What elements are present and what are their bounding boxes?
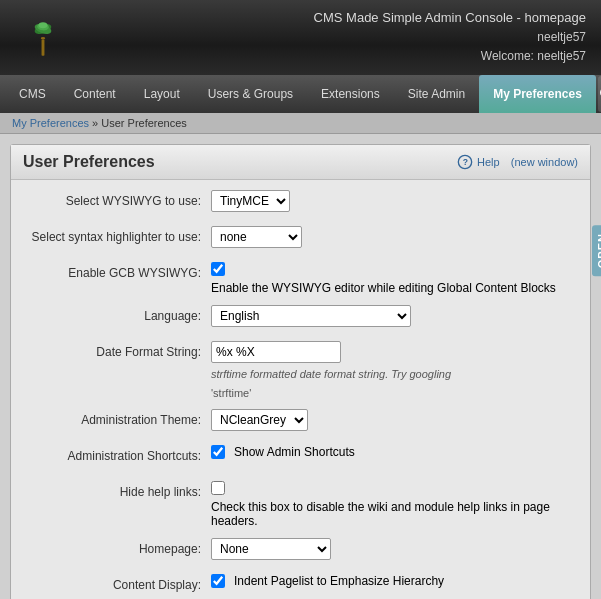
nav-extensions[interactable]: Extensions: [307, 75, 394, 113]
language-select[interactable]: English Deutsch Français Nederlands: [211, 305, 411, 327]
content-display-control: Indent Pagelist to Emphasize Hierarchy: [211, 574, 575, 588]
shortcuts-label: Administration Shortcuts:: [26, 445, 211, 463]
header-text: CMS Made Simple Admin Console - homepage…: [314, 8, 586, 67]
form-body: Select WYSIWYG to use: TinyMCE none Sele…: [11, 180, 590, 599]
hide-help-row: Hide help links: Check this box to disab…: [26, 481, 575, 528]
language-row: Language: English Deutsch Français Neder…: [26, 305, 575, 331]
gcb-description: Enable the WYSIWYG editor while editing …: [211, 281, 556, 295]
svg-text:?: ?: [463, 157, 468, 167]
help-label: Help: [477, 156, 500, 168]
syntax-control: none CodeMirror: [211, 226, 575, 248]
date-format-sub: 'strftime': [211, 387, 575, 399]
syntax-label: Select syntax highlighter to use:: [26, 226, 211, 244]
open-tab[interactable]: OPEN: [592, 225, 601, 276]
gcb-row: Enable GCB WYSIWYG: Enable the WYSIWYG e…: [26, 262, 575, 295]
content-display-label: Content Display:: [26, 574, 211, 592]
language-label: Language:: [26, 305, 211, 323]
gcb-control: Enable the WYSIWYG editor while editing …: [211, 262, 575, 295]
homepage-select[interactable]: None: [211, 538, 331, 560]
help-suffix: (new window): [511, 156, 578, 168]
date-format-control: strftime formatted date format string. T…: [211, 341, 575, 399]
nav-my-preferences[interactable]: My Preferences: [479, 75, 596, 113]
nav-cms[interactable]: CMS: [5, 75, 60, 113]
header-title: CMS Made Simple Admin Console - homepage: [314, 8, 586, 29]
wysiwyg-row: Select WYSIWYG to use: TinyMCE none: [26, 190, 575, 216]
language-control: English Deutsch Français Nederlands: [211, 305, 575, 327]
date-format-input[interactable]: [211, 341, 341, 363]
breadcrumb-current: User Preferences: [101, 117, 187, 129]
help-icon: ?: [457, 154, 473, 170]
nav-users-groups[interactable]: Users & Groups: [194, 75, 307, 113]
header-username: neeltje57: [314, 29, 586, 48]
nav-layout[interactable]: Layout: [130, 75, 194, 113]
content-display-description: Indent Pagelist to Emphasize Hierarchy: [234, 574, 444, 588]
homepage-control: None: [211, 538, 575, 560]
breadcrumb-parent-link[interactable]: My Preferences: [12, 117, 89, 129]
svg-rect-0: [41, 39, 44, 55]
admin-theme-control: NCleanGrey Default: [211, 409, 575, 431]
help-link[interactable]: ? Help (new window): [457, 154, 578, 170]
date-format-row: Date Format String: strftime formatted d…: [26, 341, 575, 399]
svg-point-5: [38, 22, 47, 28]
panel-header: User Preferences ? Help (new window): [11, 145, 590, 180]
homepage-row: Homepage: None: [26, 538, 575, 564]
breadcrumb: My Preferences » User Preferences: [0, 113, 601, 134]
syntax-select[interactable]: none CodeMirror: [211, 226, 302, 248]
date-format-label: Date Format String:: [26, 341, 211, 359]
shortcuts-checkbox[interactable]: [211, 445, 225, 459]
gcb-label: Enable GCB WYSIWYG:: [26, 262, 211, 280]
admin-theme-select[interactable]: NCleanGrey Default: [211, 409, 308, 431]
shortcuts-control: Show Admin Shortcuts: [211, 445, 575, 459]
nav-site-admin[interactable]: Site Admin: [394, 75, 479, 113]
shortcuts-description: Show Admin Shortcuts: [234, 445, 355, 459]
homepage-label: Homepage:: [26, 538, 211, 556]
header: CMS Made Simple Admin Console - homepage…: [0, 0, 601, 75]
main-content: User Preferences ? Help (new window) Sel…: [0, 134, 601, 599]
hide-help-control: Check this box to disable the wiki and m…: [211, 481, 575, 528]
wysiwyg-select[interactable]: TinyMCE none: [211, 190, 290, 212]
svg-point-1: [40, 36, 44, 39]
admin-theme-label: Administration Theme:: [26, 409, 211, 427]
hide-help-description: Check this box to disable the wiki and m…: [211, 500, 575, 528]
content-display-row: Content Display: Indent Pagelist to Emph…: [26, 574, 575, 599]
header-welcome: Welcome: neeltje57: [314, 48, 586, 67]
hide-help-checkbox[interactable]: [211, 481, 225, 495]
hide-help-label: Hide help links:: [26, 481, 211, 499]
gcb-checkbox[interactable]: [211, 262, 225, 276]
navbar: CMS Content Layout Users & Groups Extens…: [0, 75, 601, 113]
date-format-note: strftime formatted date format string. T…: [211, 368, 451, 380]
shortcuts-row: Administration Shortcuts: Show Admin Sho…: [26, 445, 575, 471]
wysiwyg-control: TinyMCE none: [211, 190, 575, 212]
admin-theme-row: Administration Theme: NCleanGrey Default: [26, 409, 575, 435]
logo: [15, 10, 70, 65]
user-preferences-panel: User Preferences ? Help (new window) Sel…: [10, 144, 591, 599]
wysiwyg-label: Select WYSIWYG to use:: [26, 190, 211, 208]
content-display-checkbox[interactable]: [211, 574, 225, 588]
nav-content[interactable]: Content: [60, 75, 130, 113]
panel-title: User Preferences: [23, 153, 155, 171]
syntax-row: Select syntax highlighter to use: none C…: [26, 226, 575, 252]
breadcrumb-separator: »: [89, 117, 101, 129]
